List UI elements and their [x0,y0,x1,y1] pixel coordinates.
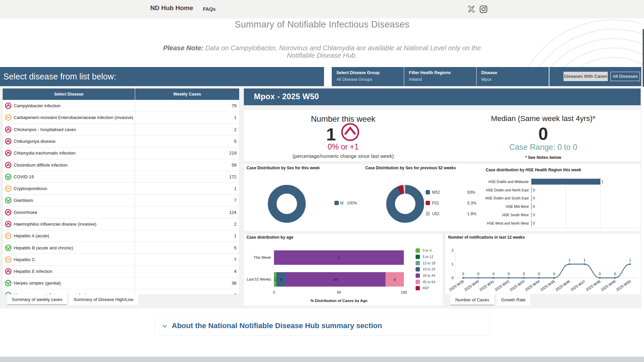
svg-text:2025 W42: 2025 W42 [494,279,510,292]
svg-text:25 to 44: 25 to 44 [423,274,435,278]
svg-text:0 to 4: 0 to 4 [423,248,431,252]
svg-text:2025 W47: 2025 W47 [570,279,586,292]
svg-text:0: 0 [553,272,555,276]
svg-text:HSE Mid West: HSE Mid West [506,204,529,208]
svg-text:2025 W40: 2025 W40 [464,279,480,292]
svg-text:2025 W46: 2025 W46 [554,279,571,292]
svg-text:0: 0 [492,272,494,276]
svg-text:0: 0 [538,272,540,276]
svg-text:2025 W49: 2025 W49 [600,279,616,292]
svg-text:2025 W39: 2025 W39 [448,279,465,292]
svg-text:Number of notifications in las: Number of notifications in last 12 weeks [448,235,525,240]
svg-text:0: 0 [507,272,509,276]
svg-text:2025 W41: 2025 W41 [479,279,495,292]
svg-text:50: 50 [337,290,341,294]
svg-text:% Distribution of Cases by Age: % Distribution of Cases by Age [310,299,367,303]
svg-text:1: 1 [601,180,603,184]
svg-text:0: 0 [533,204,535,208]
svg-text:HSE Dublin and Midlands: HSE Dublin and Midlands [488,180,529,184]
svg-text:0: 0 [533,196,535,200]
svg-text:5 to 12: 5 to 12 [423,255,433,259]
svg-text:65P: 65P [423,286,429,290]
svg-text:Case distribution by HSE Healt: Case distribution by HSE Health Region t… [486,168,581,172]
svg-text:1: 1 [338,255,340,259]
svg-text:0: 0 [533,213,535,217]
svg-text:0: 0 [523,272,525,276]
svg-text:2025 W44: 2025 W44 [524,279,540,292]
svg-text:13 to 18: 13 to 18 [423,261,435,265]
svg-text:4: 4 [280,278,282,282]
svg-text:1: 1 [274,278,276,282]
svg-text:0: 0 [462,272,464,276]
svg-text:1: 1 [629,258,631,262]
svg-text:100: 100 [401,290,407,294]
svg-text:0: 0 [614,272,616,276]
svg-text:0: 0 [477,272,479,276]
svg-text:8: 8 [394,278,396,282]
svg-text:HSE South West: HSE South West [502,213,529,217]
svg-text:1: 1 [451,262,453,266]
svg-text:2025 W43: 2025 W43 [509,279,525,292]
svg-text:0: 0 [599,272,601,276]
svg-text:HSE Dublin and North East: HSE Dublin and North East [486,188,529,192]
svg-text:44: 44 [333,278,337,282]
svg-text:Last 52 Weeks: Last 52 Weeks [247,277,271,281]
svg-text:2: 2 [451,248,453,252]
svg-text:19 to 24: 19 to 24 [423,267,435,271]
svg-text:2025 W48: 2025 W48 [585,279,601,292]
svg-text:0: 0 [533,221,535,225]
svg-text:0: 0 [273,290,275,294]
svg-text:2025 W45: 2025 W45 [539,279,555,292]
svg-text:Case distribution by age: Case distribution by age [247,235,293,240]
svg-text:1: 1 [584,258,586,262]
svg-text:HSE West and North West: HSE West and North West [487,221,529,225]
svg-text:45 to 64: 45 to 64 [423,280,435,284]
svg-text:HSE Dublin and South East: HSE Dublin and South East [485,196,529,200]
svg-text:0: 0 [451,276,453,280]
svg-text:2025 W50: 2025 W50 [615,279,631,292]
svg-text:1: 1 [568,258,570,262]
svg-text:This Week: This Week [254,255,271,259]
svg-text:0: 0 [533,188,535,192]
